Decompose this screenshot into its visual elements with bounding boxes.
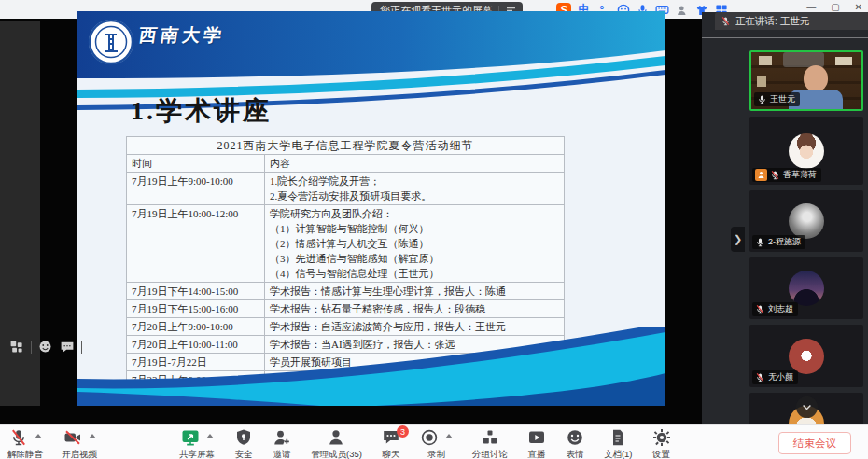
member-badge-icon bbox=[755, 169, 767, 181]
share-screen-icon bbox=[181, 428, 200, 447]
participant-tile-2-程施源[interactable]: 2-程施源 bbox=[749, 190, 863, 252]
options-arrow[interactable] bbox=[89, 434, 96, 438]
participant-name: 无小颜 bbox=[768, 371, 793, 383]
toolbar-item-label: 文档(1) bbox=[604, 449, 633, 459]
participant-avatar bbox=[789, 133, 824, 169]
toolbar-item-label: 表情 bbox=[566, 449, 583, 459]
participant-tile-香草薄荷[interactable]: 香草薄荷 bbox=[749, 117, 863, 185]
toolbar-item-share-screen[interactable]: 共享屏幕 bbox=[179, 428, 215, 459]
participant-name: 2-程施源 bbox=[768, 236, 801, 248]
toolbar-item-label: 聊天 bbox=[382, 449, 399, 459]
participant-name: 王世元 bbox=[770, 93, 795, 105]
camera-off-icon bbox=[63, 428, 82, 447]
muted-mic-icon bbox=[755, 304, 765, 314]
presentation-slide: 西南大学 1.学术讲座 2021西南大学电子信息工程学院夏令营活动细节时间内容7… bbox=[77, 11, 665, 406]
mic-icon bbox=[755, 237, 765, 247]
participants-sidebar: 正在讲话: 王世元 王世元香草薄荷2-程施源刘志超无小颜 ❯ bbox=[702, 12, 868, 424]
divider bbox=[81, 341, 82, 354]
participant-name-label: 无小颜 bbox=[752, 370, 798, 384]
participant-tile-无小颜[interactable]: 无小颜 bbox=[749, 325, 863, 387]
participant-name: 刘志超 bbox=[768, 303, 793, 315]
toolbar-item-live[interactable]: 直播 bbox=[527, 428, 546, 459]
toolbar-item-emoji[interactable]: 表情 bbox=[566, 428, 584, 459]
meeting-window: 您正在观看王世元的屏幕 S 中 °, — ▢ ✕ bbox=[0, 0, 868, 459]
floating-view-tools bbox=[9, 340, 82, 355]
divider bbox=[31, 341, 32, 354]
mic-icon bbox=[757, 94, 767, 104]
speaking-banner-text: 正在讲话: 王世元 bbox=[735, 15, 809, 28]
toolbar-item-members[interactable]: 管理成员(35) bbox=[311, 428, 362, 459]
participant-name-label: 香草薄荷 bbox=[752, 168, 821, 182]
end-meeting-button[interactable]: 结束会议 bbox=[778, 432, 851, 454]
sidebar-collapse-handle[interactable]: ❯ bbox=[731, 227, 745, 252]
cell-time: 7月19日下午15:00-16:00 bbox=[127, 300, 265, 318]
toolbar-item-label: 设置 bbox=[652, 449, 670, 459]
toolbar-item-label: 直播 bbox=[527, 449, 545, 459]
toolbar-item-settings[interactable]: 设置 bbox=[652, 428, 671, 459]
university-name: 西南大学 bbox=[137, 23, 227, 48]
participant-name-label: 王世元 bbox=[754, 92, 800, 106]
table-caption: 2021西南大学电子信息工程学院夏令营活动细节 bbox=[127, 137, 565, 155]
slide-bottom-decoration bbox=[77, 327, 665, 406]
table-row: 7月19日上午10:00-12:00学院研究方向及团队介绍：（1）计算智能与智能… bbox=[127, 205, 565, 283]
table-row: 7月19日下午15:00-16:00学术报告：钻石量子精密传感，报告人：段德稳 bbox=[127, 300, 565, 318]
muted-mic-icon bbox=[755, 372, 765, 382]
participant-tile-王世元[interactable]: 王世元 bbox=[749, 50, 863, 111]
table-row: 7月19日上午9:00-10:001.院长介绍学院及开营；2.夏令营活动安排及预… bbox=[127, 173, 565, 205]
unread-badge: 3 bbox=[397, 425, 409, 438]
toolbar-item-label: 录制 bbox=[427, 449, 445, 459]
toolbar-item-label: 安全 bbox=[235, 449, 253, 459]
toolbar-item-unmute[interactable]: 解除静音 bbox=[7, 428, 43, 459]
options-arrow[interactable] bbox=[445, 434, 453, 438]
participant-name: 香草薄荷 bbox=[783, 169, 817, 181]
person-icon bbox=[327, 428, 345, 447]
university-logo bbox=[87, 18, 135, 66]
toolbar-item-label: 开启视频 bbox=[62, 449, 97, 459]
toolbar-item-breakout[interactable]: 分组讨论 bbox=[472, 428, 508, 459]
slide-title: 1.学术讲座 bbox=[131, 93, 272, 129]
cell-time: 7月19日上午10:00-12:00 bbox=[127, 205, 265, 283]
options-arrow[interactable] bbox=[35, 434, 42, 438]
muted-mic-icon bbox=[770, 170, 780, 180]
layout-grid-icon[interactable] bbox=[9, 340, 24, 355]
speaking-banner: 正在讲话: 王世元 bbox=[715, 12, 868, 30]
gear-icon bbox=[652, 428, 671, 447]
ime-account-icon[interactable] bbox=[675, 3, 689, 17]
shield-icon bbox=[234, 428, 253, 447]
toolbar-item-start-video[interactable]: 开启视频 bbox=[62, 428, 97, 459]
caption-chat-icon[interactable] bbox=[60, 340, 75, 355]
cell-content: 学术报告：情感计算与生理心理计算，报告人：陈通 bbox=[265, 283, 565, 300]
toolbar-item-invite[interactable]: 邀请 bbox=[273, 428, 291, 459]
toolbar-item-label: 解除静音 bbox=[7, 449, 43, 459]
participant-tile-刘志超[interactable]: 刘志超 bbox=[749, 257, 863, 319]
table-header-time: 时间 bbox=[127, 155, 265, 173]
toolbar-item-label: 共享屏幕 bbox=[179, 449, 215, 459]
scroll-down-button[interactable] bbox=[796, 396, 818, 418]
toolbar-left-group: 解除静音开启视频 bbox=[7, 428, 97, 459]
participant-name-label: 2-程施源 bbox=[752, 235, 805, 249]
participant-avatar bbox=[789, 339, 824, 374]
cell-content: 学术报告：钻石量子精密传感，报告人：段德稳 bbox=[265, 300, 565, 318]
cell-content: 学院研究方向及团队介绍：（1）计算智能与智能控制（何兴）（2）情感计算与人机交互… bbox=[265, 205, 565, 283]
cell-time: 7月19日上午9:00-10:00 bbox=[127, 173, 265, 205]
toolbar-item-docs[interactable]: 文档(1) bbox=[604, 428, 633, 459]
options-arrow[interactable] bbox=[206, 434, 214, 438]
toolbar-main-group: 共享屏幕安全邀请管理成员(35)3聊天录制分组讨论直播表情文档(1)设置 bbox=[179, 428, 671, 459]
meeting-toolbar: 解除静音开启视频 共享屏幕安全邀请管理成员(35)3聊天录制分组讨论直播表情文档… bbox=[0, 424, 868, 459]
participant-avatar bbox=[789, 271, 824, 306]
record-icon bbox=[420, 428, 439, 447]
toolbar-item-security[interactable]: 安全 bbox=[234, 428, 253, 459]
table-header-content: 内容 bbox=[265, 155, 565, 173]
reaction-smiley-icon[interactable] bbox=[38, 340, 53, 355]
toolbar-item-chat[interactable]: 3聊天 bbox=[382, 428, 400, 459]
participant-list: 王世元香草薄荷2-程施源刘志超无小颜 bbox=[702, 37, 868, 424]
toolbar-item-label: 邀请 bbox=[273, 449, 291, 459]
emoji-icon bbox=[566, 428, 584, 447]
toolbar-item-label: 管理成员(35) bbox=[311, 449, 362, 459]
toolbar-item-label: 分组讨论 bbox=[472, 449, 508, 459]
participant-name-label: 刘志超 bbox=[752, 302, 798, 316]
toolbar-item-record[interactable]: 录制 bbox=[420, 428, 453, 459]
participant-avatar bbox=[789, 203, 824, 239]
mic-muted-icon bbox=[9, 428, 28, 447]
doc-icon bbox=[609, 428, 627, 447]
